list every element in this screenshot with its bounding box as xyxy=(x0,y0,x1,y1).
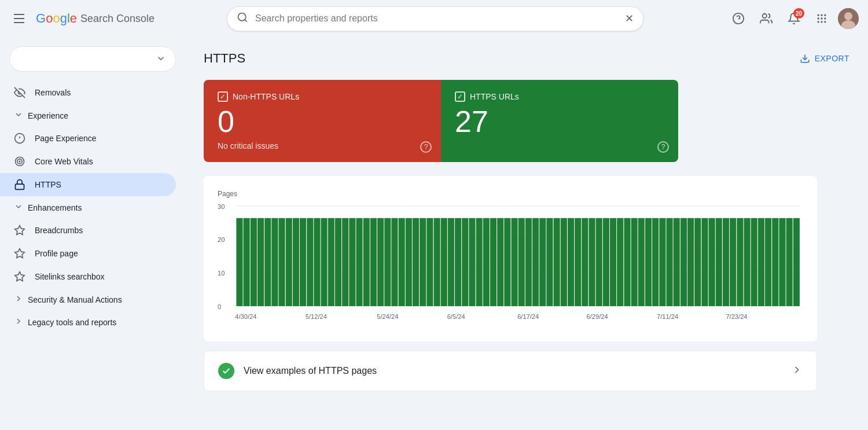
page-experience-icon xyxy=(14,133,25,144)
svg-point-7 xyxy=(824,14,826,16)
sidebar-section-security[interactable]: Security & Manual Actions xyxy=(0,288,185,311)
svg-rect-99 xyxy=(674,218,680,306)
topbar-actions: 20 xyxy=(727,7,859,30)
chart-area: 30 20 10 0 4/30/24 5/12/24 5/24/24 xyxy=(218,200,803,328)
sidebar-section-legacy[interactable]: Legacy tools and reports xyxy=(0,311,185,333)
svg-rect-81 xyxy=(546,218,553,306)
svg-rect-100 xyxy=(681,218,687,306)
search-input[interactable] xyxy=(255,13,618,24)
svg-marker-27 xyxy=(15,272,25,281)
non-https-value: 0 xyxy=(218,106,427,137)
svg-text:7/11/24: 7/11/24 xyxy=(657,313,678,320)
profile-page-icon xyxy=(14,248,25,259)
svg-point-0 xyxy=(238,13,246,20)
avatar[interactable] xyxy=(838,8,859,29)
svg-text:10: 10 xyxy=(218,270,225,277)
non-https-info-icon[interactable]: ? xyxy=(420,141,432,153)
core-web-vitals-icon xyxy=(14,156,25,167)
svg-rect-64 xyxy=(426,218,433,306)
svg-rect-75 xyxy=(504,218,510,306)
svg-text:30: 30 xyxy=(218,203,225,210)
svg-rect-80 xyxy=(539,218,546,306)
sidebar-item-core-web-vitals[interactable]: Core Web Vitals xyxy=(0,150,176,173)
svg-marker-26 xyxy=(15,249,25,258)
svg-text:20: 20 xyxy=(218,236,225,243)
svg-point-12 xyxy=(821,21,822,23)
sidebar-item-sitelinks-searchbox[interactable]: Sitelinks searchbox xyxy=(0,265,176,288)
notifications-button[interactable]: 20 xyxy=(782,7,806,30)
svg-rect-53 xyxy=(349,218,355,306)
svg-rect-49 xyxy=(321,218,328,306)
help-button[interactable] xyxy=(727,7,750,30)
non-https-checkbox-icon xyxy=(218,91,228,102)
svg-point-21 xyxy=(19,161,20,162)
enhancements-section-label: Enhancements xyxy=(28,203,82,212)
svg-rect-108 xyxy=(737,218,743,306)
content-header: HTTPS EXPORT xyxy=(204,51,849,66)
svg-rect-57 xyxy=(377,218,384,306)
view-examples-link[interactable]: View examples of HTTPS pages xyxy=(204,351,817,391)
export-button[interactable]: EXPORT xyxy=(800,53,849,64)
svg-rect-91 xyxy=(617,218,623,306)
svg-rect-52 xyxy=(342,218,348,306)
chart-svg: 30 20 10 0 4/30/24 5/12/24 5/24/24 xyxy=(218,200,803,328)
svg-rect-95 xyxy=(645,218,652,306)
sidebar-section-enhancements[interactable]: Enhancements xyxy=(0,196,185,219)
svg-marker-25 xyxy=(15,226,25,235)
non-https-label: Non-HTTPS URLs xyxy=(218,91,427,102)
svg-rect-43 xyxy=(278,218,285,306)
svg-point-10 xyxy=(824,17,826,19)
svg-line-1 xyxy=(245,19,247,21)
https-checkbox-icon xyxy=(455,91,465,102)
https-info-icon[interactable]: ? xyxy=(657,141,669,153)
topbar-left: G o o g l e Search Console xyxy=(9,9,218,28)
content-area: HTTPS EXPORT Non-HTTPS URLs 0 No critica… xyxy=(185,37,868,430)
svg-rect-82 xyxy=(554,218,560,306)
svg-rect-44 xyxy=(286,218,292,306)
svg-rect-73 xyxy=(490,218,496,306)
sidebar-section-experience[interactable]: Experience xyxy=(0,104,185,127)
sidebar-item-label-sitelinks-searchbox: Sitelinks searchbox xyxy=(35,272,105,281)
chart-y-label: Pages xyxy=(218,190,803,198)
svg-rect-105 xyxy=(716,218,722,306)
sitelinks-searchbox-icon xyxy=(14,271,25,282)
svg-rect-98 xyxy=(666,218,672,306)
svg-point-5 xyxy=(818,14,819,16)
svg-rect-106 xyxy=(723,218,729,306)
profile-manager-button[interactable] xyxy=(755,7,778,30)
sidebar-item-breadcrumbs[interactable]: Breadcrumbs xyxy=(0,219,176,242)
svg-rect-85 xyxy=(575,218,581,306)
sidebar-item-removals[interactable]: Removals xyxy=(0,81,176,104)
hamburger-menu-icon[interactable] xyxy=(9,9,29,28)
svg-rect-54 xyxy=(356,218,362,306)
sidebar-item-profile-page[interactable]: Profile page xyxy=(0,242,176,265)
logo-letter-e: e xyxy=(70,11,77,26)
svg-rect-48 xyxy=(314,218,320,306)
svg-point-6 xyxy=(821,14,822,16)
svg-rect-74 xyxy=(497,218,503,306)
svg-rect-88 xyxy=(596,218,602,306)
sidebar-item-page-experience[interactable]: Page Experience xyxy=(0,127,176,150)
logo-letter-g1: G xyxy=(36,11,46,26)
sidebar-item-https[interactable]: HTTPS xyxy=(0,173,176,196)
property-selector[interactable] xyxy=(9,46,176,72)
svg-text:6/29/24: 6/29/24 xyxy=(587,313,608,320)
clear-search-icon[interactable]: ✕ xyxy=(625,12,634,25)
notification-badge: 20 xyxy=(793,8,804,19)
security-section-label: Security & Manual Actions xyxy=(28,295,122,304)
svg-rect-103 xyxy=(701,218,708,306)
svg-rect-60 xyxy=(399,218,405,306)
svg-rect-59 xyxy=(391,218,398,306)
svg-point-4 xyxy=(763,14,767,18)
apps-button[interactable] xyxy=(810,7,833,30)
svg-point-9 xyxy=(821,17,822,19)
chart-container: Pages 30 20 10 0 4/30 xyxy=(204,176,817,341)
svg-rect-47 xyxy=(307,218,313,306)
search-bar[interactable]: ✕ xyxy=(227,6,643,31)
svg-text:0: 0 xyxy=(218,303,221,310)
svg-rect-76 xyxy=(512,218,518,306)
svg-rect-77 xyxy=(518,218,525,306)
main-layout: Removals Experience Page Experience xyxy=(0,37,868,430)
view-examples-text: View examples of HTTPS pages xyxy=(244,366,782,376)
svg-rect-40 xyxy=(258,218,264,306)
